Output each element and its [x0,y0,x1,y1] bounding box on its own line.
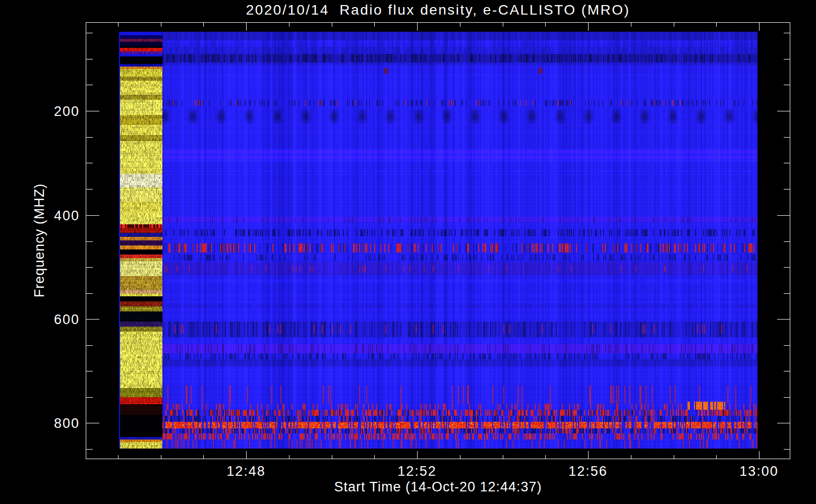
y-axis-title: Frequency (MHZ) [32,140,47,341]
spectrogram-canvas [119,32,757,449]
y-tick-label-800: 800 [26,416,80,431]
x-tick-label-1252: 12:52 [377,464,457,479]
spectrogram-figure: 2020/10/14 Radio flux density, e-CALLIST… [0,0,816,504]
y-tick-label-200: 200 [26,104,80,119]
x-tick-label-1256: 12:56 [548,464,628,479]
x-tick-label-1300: 13:00 [719,464,799,479]
x-axis-title: Start Time (14-Oct-20 12:44:37) [86,479,790,495]
x-tick-label-1248: 12:48 [206,464,286,479]
